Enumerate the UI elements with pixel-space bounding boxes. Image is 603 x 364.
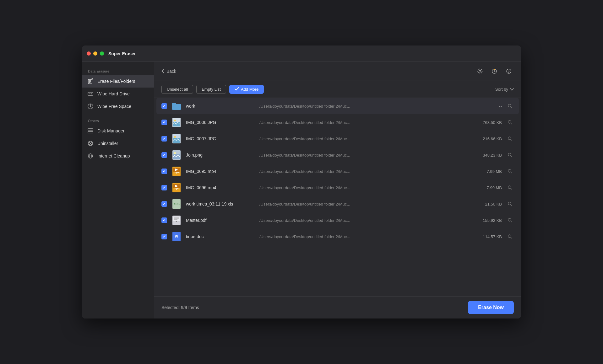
panel-header: Back bbox=[154, 62, 521, 81]
internet-cleanup-icon bbox=[87, 153, 94, 159]
settings-button[interactable] bbox=[475, 66, 485, 76]
svg-line-42 bbox=[511, 156, 512, 157]
row-checkbox[interactable]: ✓ bbox=[161, 103, 167, 109]
sidebar-item-disk-manager-label: Disk Manager bbox=[97, 128, 124, 133]
add-more-label: Add More bbox=[241, 87, 258, 92]
file-search-button[interactable] bbox=[506, 217, 514, 224]
row-checkbox[interactable]: ✓ bbox=[161, 152, 167, 158]
sidebar-item-wipe-hard-drive[interactable]: Wipe Hard Drive bbox=[82, 88, 154, 100]
sidebar-item-wipe-free-space[interactable]: Wipe Free Space bbox=[82, 100, 154, 113]
table-row[interactable]: ✓ work /Users/doyourdata/Desktop/untitle… bbox=[156, 98, 519, 114]
file-size: 7.99 MB bbox=[470, 185, 502, 190]
row-checkbox[interactable]: ✓ bbox=[161, 136, 167, 142]
selected-count: Selected: 9/9 Items bbox=[161, 305, 199, 310]
disk-manager-icon bbox=[87, 128, 94, 134]
panel-nav: Back bbox=[161, 69, 176, 74]
row-checkbox[interactable]: ✓ bbox=[161, 201, 167, 207]
svg-point-19 bbox=[479, 70, 481, 72]
sidebar: Data Erasure Erase Files/Folders bbox=[82, 62, 154, 318]
back-button[interactable]: Back bbox=[161, 69, 176, 74]
file-path: /Users/doyourdata/Desktop/untitled folde… bbox=[259, 202, 466, 206]
file-path: /Users/doyourdata/Desktop/untitled folde… bbox=[259, 153, 466, 158]
svg-point-11 bbox=[92, 129, 92, 130]
row-checkbox[interactable]: ✓ bbox=[161, 234, 167, 239]
svg-line-26 bbox=[511, 107, 512, 108]
file-size: 155.92 KB bbox=[470, 218, 502, 223]
file-search-button[interactable] bbox=[506, 168, 514, 175]
sort-by[interactable]: Sort by bbox=[495, 87, 514, 92]
svg-point-12 bbox=[92, 132, 92, 133]
row-checkbox[interactable]: ✓ bbox=[161, 217, 167, 223]
table-row[interactable]: ✓ XLS work times_03:11:19.xls /Users/doy… bbox=[156, 196, 519, 212]
erase-now-button[interactable]: Erase Now bbox=[468, 301, 514, 314]
file-path: /Users/doyourdata/Desktop/untitled folde… bbox=[259, 104, 466, 109]
erase-files-icon bbox=[87, 78, 94, 84]
right-panel: Back bbox=[154, 62, 521, 318]
table-row[interactable]: ✓ mp4 IMG_0696.mp4 /Users/doyourdata/Des… bbox=[156, 179, 519, 196]
row-checkbox[interactable]: ✓ bbox=[161, 185, 167, 190]
file-size: 7.99 MB bbox=[470, 169, 502, 174]
file-icon-video: mp4 bbox=[171, 183, 182, 193]
file-path: /Users/doyourdata/Desktop/untitled folde… bbox=[259, 120, 466, 125]
file-name: Join.png bbox=[186, 153, 255, 158]
app-window: Super Eraser Data Erasure Erase Files/Fo… bbox=[82, 46, 521, 318]
svg-point-40 bbox=[174, 152, 176, 154]
maximize-button[interactable] bbox=[100, 51, 104, 56]
table-row[interactable]: ✓ Join.png /Users/doyourdata/Desktop/unt… bbox=[156, 147, 519, 163]
table-row[interactable]: ✓ W tinpe.doc /Users/doyourdata/Desktop/… bbox=[156, 228, 519, 245]
file-search-button[interactable] bbox=[506, 102, 514, 110]
svg-text:W: W bbox=[175, 235, 178, 238]
wipe-hard-drive-icon bbox=[87, 91, 94, 97]
file-name: IMG_0696.mp4 bbox=[186, 185, 255, 190]
uninstaller-icon bbox=[87, 140, 94, 147]
svg-line-71 bbox=[511, 237, 512, 238]
table-row[interactable]: ✓ mp4 IMG_0695.mp4 /Users/doyourdata/Des… bbox=[156, 163, 519, 179]
header-actions: ? bbox=[475, 66, 514, 76]
file-search-button[interactable] bbox=[506, 200, 514, 208]
file-search-button[interactable] bbox=[506, 184, 514, 191]
minimize-button[interactable] bbox=[93, 51, 97, 56]
table-row[interactable]: ✓ IMG_0007.JPG /Users/doyourdata/Desktop… bbox=[156, 131, 519, 147]
file-icon-image bbox=[171, 134, 182, 144]
svg-text:?: ? bbox=[508, 70, 510, 73]
svg-text:XLS: XLS bbox=[173, 202, 180, 206]
table-row[interactable]: ✓ PDF Master.pdf /Users/doyourda bbox=[156, 212, 519, 228]
file-size: 216.66 KB bbox=[470, 136, 502, 141]
sidebar-item-uninstaller[interactable]: Uninstaller bbox=[82, 137, 154, 150]
sidebar-item-erase-files-label: Erase Files/Folders bbox=[97, 79, 135, 84]
file-name: work times_03:11:19.xls bbox=[186, 201, 255, 206]
svg-line-54 bbox=[511, 188, 512, 190]
close-button[interactable] bbox=[87, 51, 91, 56]
traffic-lights bbox=[87, 51, 104, 56]
svg-line-48 bbox=[511, 172, 512, 173]
file-icon-pdf: PDF bbox=[171, 215, 182, 225]
file-search-button[interactable] bbox=[506, 233, 514, 240]
add-more-button[interactable]: Add More bbox=[229, 85, 264, 94]
empty-list-button[interactable]: Empty List bbox=[196, 85, 226, 94]
svg-line-32 bbox=[511, 123, 512, 124]
file-icon-excel: XLS bbox=[171, 199, 182, 209]
help-button[interactable]: ? bbox=[504, 66, 514, 76]
sidebar-item-wipe-free-space-label: Wipe Free Space bbox=[97, 104, 131, 109]
file-path: /Users/doyourdata/Desktop/untitled folde… bbox=[259, 218, 466, 223]
toolbar: Unselect all Empty List Add More Sort by bbox=[154, 81, 521, 98]
sidebar-item-wipe-hard-drive-label: Wipe Hard Drive bbox=[97, 91, 130, 96]
file-size: 348.23 KB bbox=[470, 153, 502, 158]
unselect-all-button[interactable]: Unselect all bbox=[161, 85, 193, 94]
sort-by-label: Sort by bbox=[495, 87, 508, 92]
file-search-button[interactable] bbox=[506, 119, 514, 126]
main-content: Data Erasure Erase Files/Folders bbox=[82, 62, 521, 318]
sidebar-item-internet-cleanup[interactable]: Internet Cleanup bbox=[82, 150, 154, 162]
history-button[interactable] bbox=[489, 66, 499, 76]
file-name: IMG_0695.mp4 bbox=[186, 169, 255, 174]
file-search-button[interactable] bbox=[506, 135, 514, 142]
file-icon-doc: W bbox=[171, 232, 182, 242]
file-search-button[interactable] bbox=[506, 151, 514, 159]
file-size: 21.50 KB bbox=[470, 202, 502, 206]
sidebar-item-disk-manager[interactable]: Disk Manager bbox=[82, 125, 154, 137]
sidebar-item-erase-files[interactable]: Erase Files/Folders bbox=[82, 75, 154, 88]
file-path: /Users/doyourdata/Desktop/untitled folde… bbox=[259, 234, 466, 239]
row-checkbox[interactable]: ✓ bbox=[161, 169, 167, 174]
table-row[interactable]: ✓ IMG_0006.JPG /Users/doyourdata/Desktop… bbox=[156, 114, 519, 131]
row-checkbox[interactable]: ✓ bbox=[161, 120, 167, 125]
